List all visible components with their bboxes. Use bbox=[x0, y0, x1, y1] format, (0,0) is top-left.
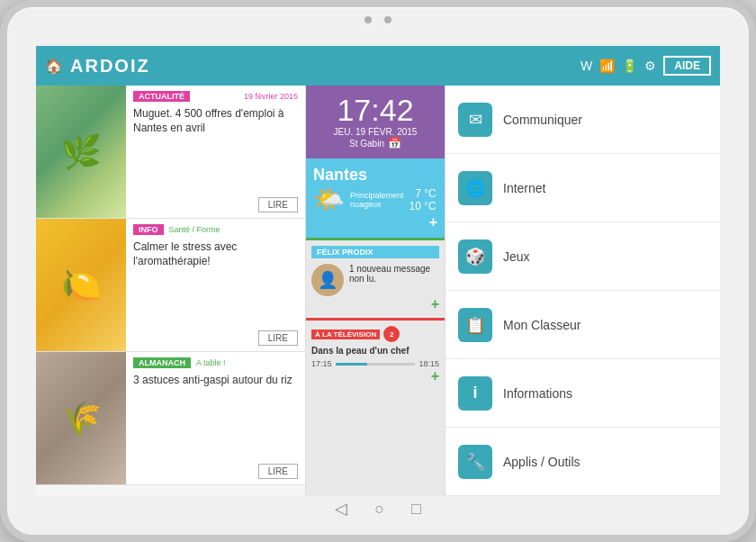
news-lire-1[interactable]: LIRE bbox=[258, 197, 298, 212]
communiquer-icon-box: ✉ bbox=[458, 103, 492, 137]
home-button[interactable]: ○ bbox=[374, 500, 384, 519]
news-title-3: 3 astuces anti-gaspi autour du riz bbox=[133, 374, 298, 460]
tv-show: Dans la peau d'un chef bbox=[311, 346, 439, 356]
weather-icon: 🌤️ bbox=[313, 185, 345, 214]
news-title-1: Muguet. 4 500 offres d'emploi à Nantes e… bbox=[133, 107, 298, 194]
informations-icon: i bbox=[472, 384, 477, 402]
menu-label-internet: Internet bbox=[503, 181, 545, 195]
message-header: FÉLIX PRODIX bbox=[311, 246, 439, 258]
message-body: 👤 1 nouveau message non lu. bbox=[311, 264, 439, 296]
clock-time: 17:42 bbox=[315, 95, 436, 125]
news-subtitle-2: Santé / Forme bbox=[169, 225, 220, 234]
news-meta-2: INFO Santé / Forme bbox=[133, 224, 298, 235]
jeux-icon: 🎲 bbox=[465, 247, 485, 266]
news-thumb-2 bbox=[36, 219, 126, 352]
news-date-1: 19 février 2015 bbox=[244, 92, 298, 101]
w-indicator: W bbox=[580, 59, 592, 73]
right-menu-column: ✉ Communiquer 🌐 Internet 🎲 Jeux bbox=[446, 86, 720, 496]
news-item-1: ACTUALITÉ 19 février 2015 Muguet. 4 500 … bbox=[36, 86, 305, 219]
menu-item-classeur[interactable]: 📋 Mon Classeur bbox=[446, 291, 720, 359]
news-item-3: ALMANACH A table ! 3 astuces anti-gaspi … bbox=[36, 352, 305, 485]
battery-icon: 🔋 bbox=[622, 59, 637, 73]
news-subtitle-3: A table ! bbox=[196, 358, 226, 367]
communiquer-icon: ✉ bbox=[469, 110, 482, 130]
tv-progress-fill bbox=[336, 363, 368, 366]
back-button[interactable]: ◁ bbox=[335, 499, 347, 519]
menu-item-communiquer[interactable]: ✉ Communiquer bbox=[446, 86, 720, 154]
clock-saint: St Gabin 📅 bbox=[315, 137, 436, 149]
weather-temp-low: 7 °C bbox=[410, 187, 436, 200]
news-meta-3: ALMANACH A table ! bbox=[133, 357, 298, 368]
wifi-icon: 📶 bbox=[599, 59, 615, 73]
weather-city: Nantes bbox=[313, 166, 437, 185]
menu-item-informations[interactable]: i Informations bbox=[446, 359, 720, 428]
internet-icon: 🌐 bbox=[465, 178, 485, 198]
news-lire-2[interactable]: LIRE bbox=[258, 330, 298, 346]
weather-desc-block: Principalement nuageux bbox=[350, 191, 404, 209]
news-meta-1: ACTUALITÉ 19 février 2015 bbox=[133, 91, 298, 102]
tv-widget: À LA TÉLÉVISION 2 Dans la peau d'un chef… bbox=[306, 318, 445, 496]
saint-name: St Gabin bbox=[349, 139, 384, 149]
message-widget: FÉLIX PRODIX 👤 1 nouveau message non lu.… bbox=[306, 238, 445, 318]
tv-badge: À LA TÉLÉVISION bbox=[311, 330, 380, 339]
menu-item-internet[interactable]: 🌐 Internet bbox=[446, 154, 720, 222]
header-icons: W 📶 🔋 ⚙ AIDE bbox=[580, 56, 711, 76]
home-icon[interactable]: 🏠 bbox=[45, 58, 63, 75]
tv-time-bar: 17:15 18:15 bbox=[311, 359, 439, 368]
weather-temp-high: 10 °C bbox=[410, 200, 436, 212]
news-body-3: ALMANACH A table ! 3 astuces anti-gaspi … bbox=[126, 352, 305, 484]
tv-progress-bar bbox=[336, 363, 416, 366]
tablet-top-bar bbox=[364, 16, 392, 23]
menu-label-communiquer: Communiquer bbox=[503, 113, 582, 127]
weather-desc2: nuageux bbox=[350, 200, 404, 209]
aide-button[interactable]: AIDE bbox=[663, 56, 711, 76]
jeux-icon-box: 🎲 bbox=[458, 239, 492, 274]
classeur-icon-box: 📋 bbox=[458, 308, 492, 342]
internet-icon-box: 🌐 bbox=[458, 171, 492, 205]
news-title-2: Calmer le stress avec l'aromathérapie! bbox=[133, 240, 298, 327]
news-tag-2: INFO bbox=[133, 224, 164, 235]
clock-date: JEU. 19 FÉVR. 2015 bbox=[315, 127, 436, 137]
informations-icon-box: i bbox=[458, 376, 492, 411]
weather-add-button[interactable]: + bbox=[313, 214, 437, 230]
menu-item-applis[interactable]: 🔧 Applis / Outils bbox=[446, 428, 720, 496]
app-title: ARDOIZ bbox=[70, 56, 573, 77]
news-thumb-3 bbox=[36, 352, 126, 485]
tv-time-end: 18:15 bbox=[418, 359, 439, 368]
screen: 🏠 ARDOIZ W 📶 🔋 ⚙ AIDE ACTUALITÉ bbox=[36, 46, 720, 496]
tv-header: À LA TÉLÉVISION 2 bbox=[311, 326, 439, 342]
news-body-1: ACTUALITÉ 19 février 2015 Muguet. 4 500 … bbox=[126, 86, 305, 218]
menu-item-jeux[interactable]: 🎲 Jeux bbox=[446, 222, 720, 291]
message-add-button[interactable]: + bbox=[311, 296, 439, 312]
middle-column: 17:42 JEU. 19 FÉVR. 2015 St Gabin 📅 Nant… bbox=[306, 86, 446, 496]
tv-add-button[interactable]: + bbox=[311, 368, 439, 384]
classeur-icon: 📋 bbox=[465, 315, 485, 335]
bottom-nav: ◁ ○ □ bbox=[335, 499, 421, 519]
tablet-speaker bbox=[384, 16, 392, 23]
news-lire-3[interactable]: LIRE bbox=[258, 464, 298, 479]
settings-icon[interactable]: ⚙ bbox=[644, 59, 656, 73]
header: 🏠 ARDOIZ W 📶 🔋 ⚙ AIDE bbox=[36, 46, 720, 86]
weather-desc: Principalement bbox=[350, 191, 404, 200]
news-tag-3: ALMANACH bbox=[133, 357, 191, 368]
news-tag-1: ACTUALITÉ bbox=[133, 91, 190, 102]
tablet-frame: 🏠 ARDOIZ W 📶 🔋 ⚙ AIDE ACTUALITÉ bbox=[0, 0, 756, 542]
tv-time-start: 17:15 bbox=[311, 359, 332, 368]
menu-label-classeur: Mon Classeur bbox=[503, 318, 580, 332]
clock-widget: 17:42 JEU. 19 FÉVR. 2015 St Gabin 📅 bbox=[306, 86, 445, 158]
news-body-2: INFO Santé / Forme Calmer le stress avec… bbox=[126, 219, 305, 351]
news-column: ACTUALITÉ 19 février 2015 Muguet. 4 500 … bbox=[36, 86, 306, 496]
tv-logo: 2 bbox=[383, 326, 400, 342]
message-text: 1 nouveau message non lu. bbox=[349, 264, 439, 284]
main-content: ACTUALITÉ 19 février 2015 Muguet. 4 500 … bbox=[36, 86, 720, 496]
message-avatar: 👤 bbox=[311, 264, 344, 296]
weather-widget: Nantes 🌤️ Principalement nuageux 7 °C 10… bbox=[306, 158, 445, 238]
menu-label-applis: Applis / Outils bbox=[503, 455, 580, 469]
news-item-2: INFO Santé / Forme Calmer le stress avec… bbox=[36, 219, 305, 352]
calendar-icon[interactable]: 📅 bbox=[388, 137, 401, 149]
weather-row: 🌤️ Principalement nuageux 7 °C 10 °C bbox=[313, 185, 437, 214]
menu-label-jeux: Jeux bbox=[503, 249, 530, 264]
applis-icon-box: 🔧 bbox=[458, 445, 492, 479]
tablet-camera bbox=[364, 16, 372, 23]
recent-button[interactable]: □ bbox=[411, 500, 421, 519]
